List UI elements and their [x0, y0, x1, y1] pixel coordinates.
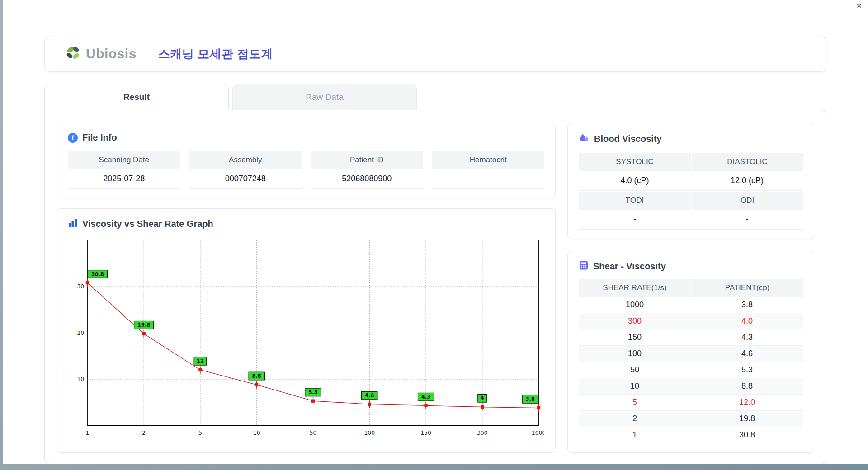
patient-cell: 30.8 — [691, 427, 803, 443]
shear-rate-cell: 10 — [579, 378, 691, 395]
systolic-value: 4.0 (cP) — [579, 171, 691, 191]
svg-text:2: 2 — [142, 429, 146, 436]
table-body: 1000 3.8 300 4.0 150 4.3 — [579, 297, 803, 443]
table-row: 1000 3.8 — [579, 297, 803, 313]
svg-text:1: 1 — [85, 429, 89, 436]
field-label: Patient ID — [311, 151, 423, 169]
ubiosis-logo: Ubiosis — [65, 44, 137, 63]
field-label: Hematocrit — [432, 151, 545, 169]
field-scanning-date: Scanning Date 2025-07-28 — [68, 151, 180, 189]
svg-text:30: 30 — [77, 283, 84, 290]
field-value — [432, 169, 545, 189]
svg-text:1000: 1000 — [532, 429, 544, 436]
blood-viscosity-title: Blood Viscosity — [594, 134, 662, 144]
svg-text:20: 20 — [77, 329, 84, 336]
tab-raw-data[interactable]: Raw Data — [232, 84, 417, 110]
field-label: Scanning Date — [68, 151, 180, 169]
field-assembly: Assembly 000707248 — [189, 151, 302, 189]
field-patient-id: Patient ID 52068080900 — [311, 151, 423, 189]
field-value: 000707248 — [189, 169, 302, 189]
calculator-icon — [579, 260, 589, 273]
viscosity-chart: 1020301251050100150300100030.819.8128.85… — [68, 235, 544, 442]
bar-chart-icon — [68, 218, 78, 230]
app-window: × Ubiosis 스캐닝 모세관 점도계 Result Raw Data — [3, 0, 868, 464]
odi-label: ODI — [691, 192, 803, 210]
blood-viscosity-title-row: Blood Viscosity — [579, 132, 803, 146]
tab-bar: Result Raw Data — [44, 84, 826, 110]
svg-text:4.6: 4.6 — [365, 392, 374, 399]
table-row: 100 4.6 — [579, 346, 803, 362]
patient-cell: 4.0 — [691, 313, 803, 329]
table-row: 50 5.3 — [579, 362, 803, 378]
svg-text:19.8: 19.8 — [137, 322, 150, 328]
patient-cell: 5.3 — [691, 362, 803, 378]
odi-value: - — [691, 210, 803, 230]
table-row: 1 30.8 — [579, 427, 803, 443]
patient-cell: 19.8 — [691, 411, 803, 427]
result-panel: i File Info Scanning Date 2025-07-28 Ass… — [44, 110, 826, 464]
shear-viscosity-title-row: Shear - Viscosity — [579, 260, 803, 273]
field-hematocrit: Hematocrit — [432, 151, 545, 189]
table-row: 10 8.8 — [579, 378, 803, 395]
shear-rate-cell: 5 — [579, 395, 691, 411]
file-info-grid: Scanning Date 2025-07-28 Assembly 000707… — [68, 151, 544, 189]
close-icon[interactable]: × — [856, 1, 862, 10]
patient-cell: 4.6 — [691, 346, 803, 362]
svg-text:10: 10 — [77, 376, 84, 382]
patient-cell: 4.3 — [691, 329, 803, 346]
app-header: Ubiosis 스캐닝 모세관 점도계 — [44, 36, 826, 72]
graph-title-row: Viscosity vs Shear Rate Graph — [68, 218, 544, 230]
blood-drops-icon — [579, 132, 590, 146]
shear-viscosity-title: Shear - Viscosity — [593, 261, 666, 272]
leaf-logo-icon — [65, 44, 82, 63]
shear-rate-cell: 2 — [579, 411, 691, 427]
systolic-label: SYSTOLIC — [579, 153, 691, 171]
diastolic-label: DIASTOLIC — [691, 153, 803, 171]
shear-rate-cell: 1 — [579, 427, 691, 443]
svg-text:50: 50 — [310, 429, 317, 436]
file-info-title-row: i File Info — [68, 132, 544, 143]
blood-viscosity-grid: SYSTOLIC DIASTOLIC 4.0 (cP) 12.0 (cP) TO… — [579, 153, 803, 230]
shear-viscosity-card: Shear - Viscosity SHEAR RATE(1/s) PATIEN… — [567, 251, 814, 453]
field-label: Assembly — [189, 151, 302, 169]
shear-rate-column-header: SHEAR RATE(1/s) — [579, 279, 691, 297]
svg-text:300: 300 — [477, 429, 488, 436]
svg-text:100: 100 — [364, 429, 375, 436]
table-header-row: SHEAR RATE(1/s) PATIENT(cp) — [579, 279, 803, 297]
svg-text:30.8: 30.8 — [91, 271, 104, 277]
table-row: 300 4.0 — [579, 313, 803, 329]
diastolic-value: 12.0 (cP) — [691, 171, 803, 191]
page-title: 스캐닝 모세관 점도계 — [158, 46, 273, 62]
shear-rate-cell: 300 — [579, 313, 691, 329]
blood-viscosity-card: Blood Viscosity SYSTOLIC DIASTOLIC 4.0 (… — [567, 123, 814, 239]
info-icon: i — [68, 133, 78, 143]
table-row: 2 19.8 — [579, 411, 803, 427]
shear-rate-cell: 50 — [579, 362, 691, 378]
patient-cell: 8.8 — [691, 378, 803, 395]
file-info-title: File Info — [82, 132, 117, 143]
svg-text:10: 10 — [253, 429, 260, 436]
shear-rate-cell: 100 — [579, 346, 691, 362]
left-column: i File Info Scanning Date 2025-07-28 Ass… — [57, 123, 556, 453]
patient-cell: 3.8 — [691, 297, 803, 313]
field-value: 2025-07-28 — [68, 169, 180, 189]
main-content: Ubiosis 스캐닝 모세관 점도계 Result Raw Data i Fi… — [44, 36, 826, 464]
svg-text:150: 150 — [420, 429, 431, 436]
viscosity-graph-card: Viscosity vs Shear Rate Graph 1020301251… — [57, 208, 556, 453]
chart-area: 1020301251050100150300100030.819.8128.85… — [68, 235, 544, 443]
table-row: 5 12.0 — [579, 395, 803, 411]
table-row: 150 4.3 — [579, 329, 803, 346]
shear-rate-cell: 150 — [579, 329, 691, 346]
todi-label: TODI — [579, 192, 691, 210]
tab-result[interactable]: Result — [44, 84, 229, 110]
todi-value: - — [579, 210, 691, 230]
svg-text:5.3: 5.3 — [308, 389, 317, 395]
shear-rate-cell: 1000 — [579, 297, 691, 313]
patient-column-header: PATIENT(cp) — [691, 279, 803, 297]
right-column: Blood Viscosity SYSTOLIC DIASTOLIC 4.0 (… — [567, 123, 814, 453]
field-value: 52068080900 — [311, 169, 423, 189]
graph-title: Viscosity vs Shear Rate Graph — [82, 219, 213, 229]
logo-wordmark: Ubiosis — [86, 46, 137, 61]
svg-text:12: 12 — [197, 358, 204, 364]
svg-text:4.3: 4.3 — [421, 394, 430, 400]
